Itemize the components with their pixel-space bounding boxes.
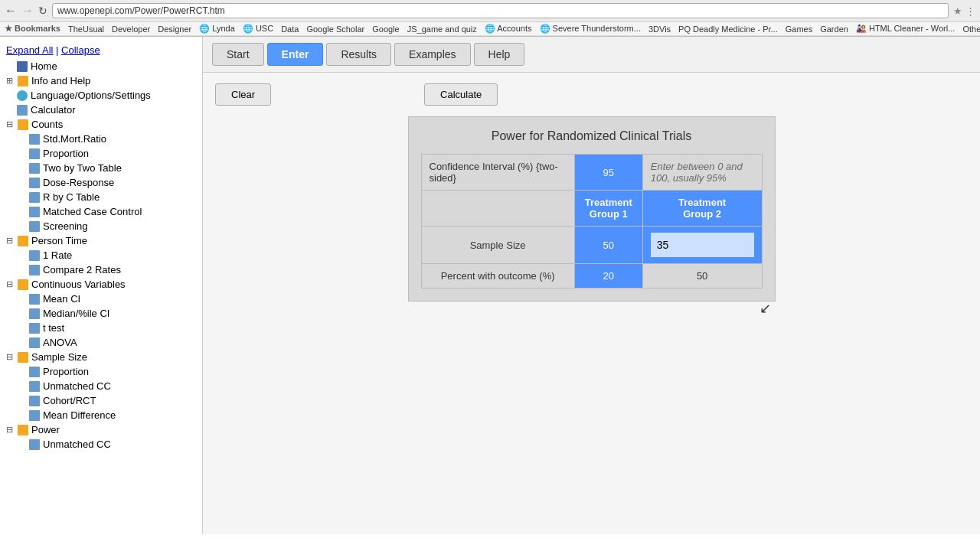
bookmark-3dvis[interactable]: 3DVis [648, 24, 671, 34]
nav-forward-icon[interactable]: → [21, 4, 34, 18]
url-bar[interactable] [52, 3, 949, 18]
sidebar-item-counts[interactable]: ⊟ Counts [0, 117, 202, 132]
bookmark-designer[interactable]: Designer [158, 24, 191, 34]
other-bookmarks[interactable]: Other bookmarks [962, 24, 980, 34]
percent-g2[interactable]: 50 [642, 264, 762, 289]
doc-icon-cohort-rct [29, 396, 40, 406]
sidebar-item-compare-2-rates[interactable]: Compare 2 Rates [0, 262, 202, 277]
sidebar-item-std-mort[interactable]: Std.Mort.Ratio [0, 132, 202, 146]
expand-collapse-row: Expand All | Collapse [0, 41, 202, 59]
sidebar-item-screening[interactable]: Screening [0, 219, 202, 233]
clear-button[interactable]: Clear [215, 83, 271, 106]
sidebar-item-language[interactable]: Language/Options/Settings [0, 88, 202, 103]
sidebar-label-unmatched-cc: Unmatched CC [43, 380, 111, 392]
bookmark-google-scholar[interactable]: Google Scholar [306, 24, 364, 34]
group2-header: TreatmentGroup 2 [642, 191, 762, 227]
sidebar-item-home[interactable]: Home [0, 59, 202, 73]
bookmark-html-cleaner[interactable]: 🎎 HTML Cleaner - Worl... [856, 24, 956, 34]
toggle-counts[interactable]: ⊟ [6, 119, 13, 129]
tab-enter[interactable]: Enter [267, 43, 324, 66]
empty-header [421, 191, 574, 227]
tab-help[interactable]: Help [474, 43, 525, 66]
sidebar-label-home: Home [31, 60, 57, 72]
bookmark-usc[interactable]: 🌐 USC [243, 24, 273, 34]
bookmark-garden[interactable]: Garden [820, 24, 848, 34]
folder-icon-info [18, 76, 28, 86]
doc-icon-mean-ci [29, 294, 40, 305]
ci-row: Confidence Interval (%) {two-sided} 95 E… [421, 155, 762, 191]
sidebar-item-info[interactable]: ⊞ Info and Help [0, 73, 202, 88]
ci-value[interactable]: 95 [574, 155, 642, 191]
sidebar-item-continuous-vars[interactable]: ⊟ Continuous Variables [0, 277, 202, 292]
bookmark-google[interactable]: Google [372, 24, 399, 34]
sidebar-item-power[interactable]: ⊟ Power [0, 422, 202, 437]
doc-icon-median-ci [29, 308, 40, 319]
sidebar-item-matched-cc[interactable]: Matched Case Control [0, 204, 202, 219]
percent-g1[interactable]: 20 [574, 264, 642, 289]
doc-icon-r-by-c [29, 192, 40, 203]
header-row: TreatmentGroup 1 TreatmentGroup 2 [421, 191, 762, 227]
bookmark-weather[interactable]: 🌐 Severe Thunderstorm... [540, 24, 641, 34]
bookmark-deadly[interactable]: PQ Deadly Medicine - Pr... [678, 24, 778, 34]
sidebar-label-cohort-rct: Cohort/RCT [43, 395, 96, 406]
folder-icon-person-time [18, 236, 28, 246]
percent-label: Percent with outcome (%) [421, 264, 574, 289]
bookmark-data[interactable]: Data [281, 24, 299, 34]
calculate-button[interactable]: Calculate [424, 83, 498, 106]
sidebar-item-two-by-two[interactable]: Two by Two Table [0, 161, 202, 175]
sidebar-item-cohort-rct[interactable]: Cohort/RCT [0, 393, 202, 408]
bookmark-accounts[interactable]: 🌐 Accounts [485, 24, 532, 34]
sample-size-g2-cell [642, 227, 762, 264]
sample-size-g2-input[interactable] [651, 233, 754, 257]
tab-results[interactable]: Results [326, 43, 391, 66]
sidebar-item-t-test[interactable]: t test [0, 321, 202, 335]
sidebar-label-continuous: Continuous Variables [31, 279, 126, 290]
sidebar-label-counts: Counts [31, 119, 63, 130]
sidebar-item-mean-ci[interactable]: Mean CI [0, 292, 202, 306]
toggle-power[interactable]: ⊟ [6, 425, 13, 435]
doc-icon-screening [29, 221, 40, 232]
sidebar-label-1-rate: 1 Rate [43, 249, 72, 261]
sidebar-label-power: Power [31, 424, 60, 435]
sidebar-item-sample-size[interactable]: ⊟ Sample Size [0, 350, 202, 364]
bookmark-games[interactable]: Games [786, 24, 812, 34]
sidebar-item-power-unmatched-cc[interactable]: Unmatched CC [0, 437, 202, 452]
mouse-cursor-icon: ↙ [760, 300, 771, 317]
sidebar-label-matched-cc: Matched Case Control [43, 206, 142, 217]
sidebar-label-screening: Screening [43, 220, 88, 232]
sidebar-label-t-test: t test [43, 322, 64, 334]
sidebar-label-mean-ci: Mean CI [43, 293, 80, 305]
expand-all-link[interactable]: Expand All [6, 44, 53, 56]
sidebar-item-mean-difference[interactable]: Mean Difference [0, 408, 202, 422]
bookmark-developer[interactable]: Developer [112, 24, 150, 34]
nav-back-icon[interactable]: ← [5, 4, 17, 18]
sidebar-item-proportion[interactable]: Proportion [0, 146, 202, 161]
doc-icon-power-unmatched-cc [29, 439, 40, 450]
sidebar-item-unmatched-cc[interactable]: Unmatched CC [0, 379, 202, 393]
sidebar-label-median-ci: Median/%ile CI [43, 308, 109, 319]
sidebar-item-anova[interactable]: ANOVA [0, 335, 202, 350]
bookmark-lynda[interactable]: 🌐 Lynda [199, 24, 235, 34]
sidebar-label-two-by-two: Two by Two Table [43, 162, 122, 174]
home-icon [17, 61, 28, 72]
reload-icon[interactable]: ↻ [38, 5, 47, 17]
tab-start[interactable]: Start [212, 43, 264, 66]
toggle-sample-size[interactable]: ⊟ [6, 352, 13, 362]
sidebar-label-language: Language/Options/Settings [31, 90, 151, 101]
bookmark-theusual[interactable]: TheUsual [68, 24, 104, 34]
toggle-person-time[interactable]: ⊟ [6, 236, 13, 246]
browser-icons: ★ ⋮ [953, 5, 975, 17]
bookmark-js-game[interactable]: JS_game and quiz [407, 24, 477, 34]
sidebar-item-person-time[interactable]: ⊟ Person Time [0, 233, 202, 248]
collapse-link[interactable]: Collapse [61, 44, 100, 56]
sidebar-item-1-rate[interactable]: 1 Rate [0, 248, 202, 262]
sidebar-item-r-by-c[interactable]: R by C Table [0, 190, 202, 204]
toggle-continuous[interactable]: ⊟ [6, 279, 13, 289]
sample-size-g1[interactable]: 50 [574, 227, 642, 264]
sidebar-item-calculator[interactable]: Calculator [0, 103, 202, 117]
tab-examples[interactable]: Examples [394, 43, 470, 66]
sidebar-item-ss-proportion[interactable]: Proportion [0, 364, 202, 379]
toggle-info[interactable]: ⊞ [6, 76, 13, 86]
sidebar-item-dose-response[interactable]: Dose-Response [0, 175, 202, 190]
sidebar-item-median-ci[interactable]: Median/%ile CI [0, 306, 202, 321]
